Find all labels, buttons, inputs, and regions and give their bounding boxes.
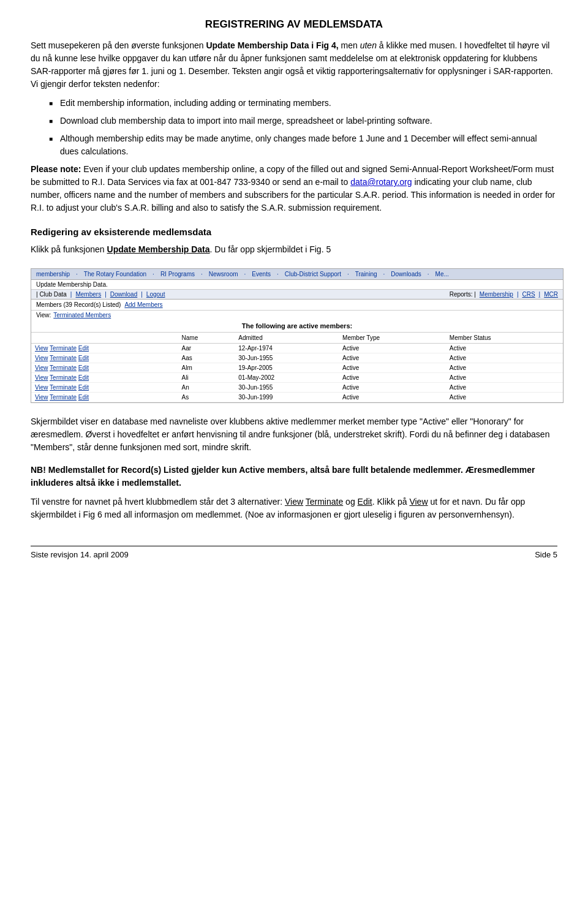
nav-events[interactable]: Events <box>252 271 271 277</box>
footer-left: Siste revisjon 14. april 2009 <box>31 550 129 559</box>
table-cell-admitted: 01-May-2002 <box>235 372 339 382</box>
footer-right: Side 5 <box>535 550 557 559</box>
table-cell-status: Active <box>446 353 563 363</box>
table-cell-admitted: 30-Jun-1955 <box>235 382 339 392</box>
nb-section: NB! Medlemstallet for Record(s) Listed g… <box>31 464 557 489</box>
nav-separator7: · <box>383 271 385 277</box>
add-members-button[interactable]: Add Members <box>124 301 162 308</box>
logout-link[interactable]: Logout <box>146 291 165 298</box>
action-edit-link[interactable]: Edit <box>78 364 89 371</box>
table-row: View Terminate EditAs30-Jun-1999ActiveAc… <box>31 392 563 402</box>
bullet-item-2: Download club membership data to import … <box>49 115 557 127</box>
col-member-type: Member Type <box>339 333 446 344</box>
col-admitted: Admitted <box>235 333 339 344</box>
table-cell-name: An <box>178 382 235 392</box>
nav-separator1: · <box>76 271 78 277</box>
table-cell-actions: View Terminate Edit <box>31 382 178 392</box>
table-cell-status: Active <box>446 382 563 392</box>
post-fig-paragraph-1: Skjermbildet viser en database med navne… <box>31 415 557 454</box>
members-count: Members (39 Record(s) Listed) <box>36 301 121 308</box>
table-cell-status: Active <box>446 343 563 353</box>
table-cell-name: Aar <box>178 343 235 353</box>
table-cell-type: Active <box>339 353 446 363</box>
table-cell-actions: View Terminate Edit <box>31 363 178 372</box>
table-cell-status: Active <box>446 363 563 372</box>
action-terminate-link[interactable]: Terminate <box>50 394 77 401</box>
table-cell-admitted: 30-Jun-1999 <box>235 392 339 402</box>
club-data-link[interactable]: | Club Data <box>36 291 67 298</box>
table-cell-name: As <box>178 392 235 402</box>
sub-nav-sep2: | <box>105 291 107 298</box>
table-row: View Terminate EditAar12-Apr-1974ActiveA… <box>31 343 563 353</box>
nb-text: Medlemstallet for Record(s) Listed gjeld… <box>31 465 535 488</box>
action-view-link[interactable]: View <box>35 384 48 391</box>
screenshot-active-header: The following are active members: <box>31 320 563 333</box>
table-cell-actions: View Terminate Edit <box>31 343 178 353</box>
nav-club-district[interactable]: Club-District Support <box>285 271 341 277</box>
nav-separator3: · <box>201 271 203 277</box>
table-cell-type: Active <box>339 372 446 382</box>
action-terminate-link[interactable]: Terminate <box>50 364 77 371</box>
crs-link[interactable]: CRS <box>522 291 535 298</box>
email-link[interactable]: data@rotary.org <box>350 177 412 187</box>
action-edit-link[interactable]: Edit <box>78 355 89 361</box>
nav-newsroom[interactable]: Newsroom <box>209 271 238 277</box>
sub-nav-sep5: | <box>539 291 541 298</box>
screenshot-nav: membership · The Rotary Foundation · RI … <box>31 269 563 280</box>
action-terminate-link[interactable]: Terminate <box>50 345 77 352</box>
nav-foundation[interactable]: The Rotary Foundation <box>84 271 146 277</box>
nav-separator6: · <box>347 271 349 277</box>
table-row: View Terminate EditAli01-May-2002ActiveA… <box>31 372 563 382</box>
table-cell-type: Active <box>339 392 446 402</box>
action-edit-link[interactable]: Edit <box>78 345 89 352</box>
screenshot-figure: membership · The Rotary Foundation · RI … <box>31 268 564 403</box>
members-link[interactable]: Members <box>75 291 101 298</box>
nav-downloads[interactable]: Downloads <box>391 271 421 277</box>
page-title: REGISTRERING AV MEDLEMSDATA <box>31 18 557 31</box>
nav-membership[interactable]: membership <box>36 271 70 277</box>
mcr-link[interactable]: MCR <box>544 291 558 298</box>
action-edit-link[interactable]: Edit <box>78 394 89 401</box>
bullet-list: Edit membership information, including a… <box>49 97 557 158</box>
action-view-link[interactable]: View <box>35 364 48 371</box>
col-member-status: Member Status <box>446 333 563 344</box>
action-terminate-link[interactable]: Terminate <box>50 384 77 391</box>
terminated-members-link[interactable]: Terminated Members <box>53 312 111 319</box>
nav-separator2: · <box>153 271 154 277</box>
bullet-item-3: Although membership edits may be made an… <box>49 132 557 158</box>
nav-ri-programs[interactable]: RI Programs <box>160 271 195 277</box>
sub-nav-sep3: | <box>141 291 143 298</box>
action-edit-link[interactable]: Edit <box>78 374 89 381</box>
please-note-paragraph: Please note: Even if your club updates m… <box>31 163 557 214</box>
nav-separator8: · <box>428 271 429 277</box>
action-view-link[interactable]: View <box>35 355 48 361</box>
sub-nav-sep4: | <box>517 291 519 298</box>
table-header-row: Name Admitted Member Type Member Status <box>31 333 563 344</box>
screenshot-view-row: View: Terminated Members <box>31 311 563 320</box>
table-cell-actions: View Terminate Edit <box>31 392 178 402</box>
screenshot-toolbar: Members (39 Record(s) Listed) Add Member… <box>31 300 563 311</box>
table-cell-status: Active <box>446 392 563 402</box>
action-view-link[interactable]: View <box>35 345 48 352</box>
col-actions <box>31 333 178 344</box>
action-edit-link[interactable]: Edit <box>78 384 89 391</box>
section-text: Klikk på funksjonen Update Membership Da… <box>31 243 557 256</box>
paragraph-1: Sett musepekeren på den øverste funksjon… <box>31 39 557 91</box>
table-cell-admitted: 12-Apr-1974 <box>235 343 339 353</box>
nav-more[interactable]: Me... <box>435 271 449 277</box>
action-view-link[interactable]: View <box>35 374 48 381</box>
table-cell-admitted: 30-Jun-1955 <box>235 353 339 363</box>
col-name: Name <box>178 333 235 344</box>
nav-separator4: · <box>244 271 246 277</box>
action-terminate-link[interactable]: Terminate <box>50 374 77 381</box>
table-cell-type: Active <box>339 343 446 353</box>
membership-report-link[interactable]: Membership <box>480 291 513 298</box>
action-view-link[interactable]: View <box>35 394 48 401</box>
please-note-label: Please note: <box>31 164 81 174</box>
action-terminate-link[interactable]: Terminate <box>50 355 77 361</box>
download-link[interactable]: Download <box>110 291 137 298</box>
table-row: View Terminate EditAn30-Jun-1955ActiveAc… <box>31 382 563 392</box>
table-cell-actions: View Terminate Edit <box>31 353 178 363</box>
nav-training[interactable]: Training <box>355 271 377 277</box>
screenshot-sub-nav: | Club Data | Members | Download | Logou… <box>31 290 563 300</box>
